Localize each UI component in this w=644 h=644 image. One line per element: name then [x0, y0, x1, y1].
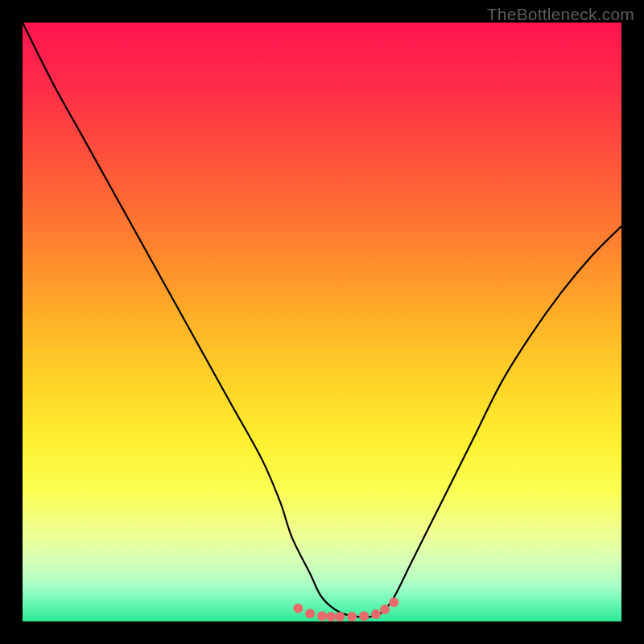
marker-dot [326, 612, 336, 621]
watermark-text: TheBottleneck.com [487, 5, 634, 24]
marker-dot [359, 611, 369, 621]
marker-dot [305, 609, 315, 618]
marker-dot [335, 612, 345, 621]
marker-dot [317, 611, 327, 621]
marker-dot [380, 605, 390, 614]
chart-plot-area [23, 23, 621, 621]
marker-dot [293, 604, 303, 613]
gradient-background [23, 23, 621, 621]
marker-dot [371, 609, 381, 619]
marker-dot [389, 597, 398, 607]
chart-svg [23, 23, 621, 621]
marker-dot [347, 612, 357, 621]
